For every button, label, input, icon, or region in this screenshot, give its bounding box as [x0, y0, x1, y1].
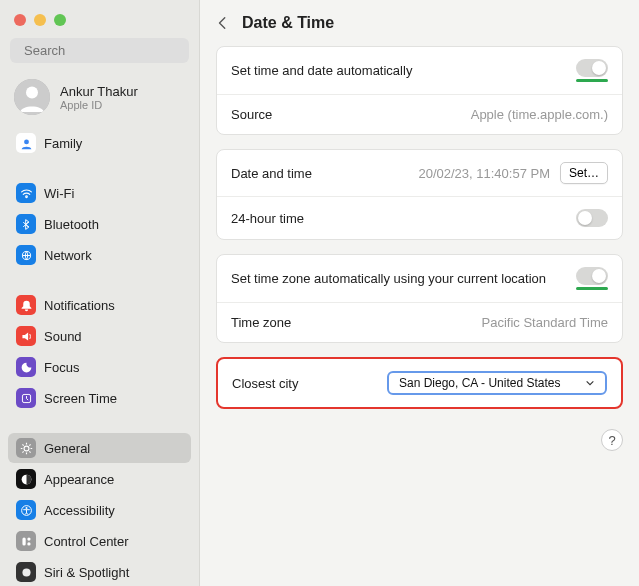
sidebar-item-appearance[interactable]: Appearance: [8, 464, 191, 494]
chevron-down-icon: [585, 378, 595, 388]
family-icon: [16, 133, 36, 153]
bluetooth-icon: [16, 214, 36, 234]
content-header: Date & Time: [216, 14, 623, 32]
svg-point-14: [22, 568, 30, 576]
accessibility-icon: [16, 500, 36, 520]
svg-rect-11: [22, 537, 25, 545]
avatar: [14, 79, 50, 115]
sidebar-item-bluetooth[interactable]: Bluetooth: [8, 209, 191, 239]
minimize-window[interactable]: [34, 14, 46, 26]
sidebar-item-network[interactable]: Network: [8, 240, 191, 270]
closest-city-value: San Diego, CA - United States: [399, 376, 560, 390]
source-value: Apple (time.apple.com.): [471, 107, 608, 122]
sidebar-item-label: General: [44, 441, 90, 456]
apple-id-profile[interactable]: Ankur Thakur Apple ID: [0, 71, 199, 125]
sidebar: Ankur Thakur Apple ID Family Wi-FiBlueto…: [0, 0, 200, 586]
wi-fi-icon: [16, 183, 36, 203]
row-label: Set time and date automatically: [231, 63, 412, 78]
svg-point-3: [26, 87, 38, 99]
row-label: Time zone: [231, 315, 291, 330]
sidebar-item-label: Sound: [44, 329, 82, 344]
sidebar-item-siri-spotlight[interactable]: Siri & Spotlight: [8, 557, 191, 586]
panel-closest-city-highlighted: Closest city San Diego, CA - United Stat…: [216, 357, 623, 409]
panel-auto-time: Set time and date automatically Source A…: [216, 46, 623, 135]
sidebar-item-focus[interactable]: Focus: [8, 352, 191, 382]
sidebar-item-label: Notifications: [44, 298, 115, 313]
row-label: Source: [231, 107, 272, 122]
sidebar-item-screen-time[interactable]: Screen Time: [8, 383, 191, 413]
svg-rect-12: [27, 537, 30, 540]
sidebar-item-label: Control Center: [44, 534, 129, 549]
page-title: Date & Time: [242, 14, 334, 32]
green-underline: [576, 287, 608, 290]
green-underline: [576, 79, 608, 82]
auto-time-toggle[interactable]: [576, 59, 608, 77]
network-icon: [16, 245, 36, 265]
siri-spotlight-icon: [16, 562, 36, 582]
close-window[interactable]: [14, 14, 26, 26]
sidebar-item-sound[interactable]: Sound: [8, 321, 191, 351]
datetime-value: 20/02/23, 11:40:57 PM: [418, 166, 550, 181]
search-input[interactable]: [24, 43, 192, 58]
screen-time-icon: [16, 388, 36, 408]
auto-timezone-toggle[interactable]: [576, 267, 608, 285]
row-label: 24-hour time: [231, 211, 304, 226]
row-label: Date and time: [231, 166, 312, 181]
sidebar-item-general[interactable]: General: [8, 433, 191, 463]
notifications-icon: [16, 295, 36, 315]
sound-icon: [16, 326, 36, 346]
sidebar-item-label: Bluetooth: [44, 217, 99, 232]
sidebar-item-notifications[interactable]: Notifications: [8, 290, 191, 320]
sidebar-item-label: Wi-Fi: [44, 186, 74, 201]
sidebar-item-accessibility[interactable]: Accessibility: [8, 495, 191, 525]
back-icon[interactable]: [216, 16, 230, 30]
row-label: Set time zone automatically using your c…: [231, 271, 546, 286]
svg-rect-13: [27, 542, 30, 545]
sidebar-item-label: Accessibility: [44, 503, 115, 518]
profile-sub: Apple ID: [60, 99, 138, 111]
search-field[interactable]: [10, 38, 189, 63]
sidebar-item-label: Focus: [44, 360, 79, 375]
sidebar-item-label: Screen Time: [44, 391, 117, 406]
panel-datetime: Date and time 20/02/23, 11:40:57 PM Set……: [216, 149, 623, 240]
sidebar-item-label: Family: [44, 136, 82, 151]
profile-name: Ankur Thakur: [60, 84, 138, 99]
help-button[interactable]: ?: [601, 429, 623, 451]
svg-point-4: [24, 139, 29, 144]
panel-timezone: Set time zone automatically using your c…: [216, 254, 623, 343]
focus-icon: [16, 357, 36, 377]
row-label: Closest city: [232, 376, 298, 391]
sidebar-item-label: Siri & Spotlight: [44, 565, 129, 580]
closest-city-dropdown[interactable]: San Diego, CA - United States: [387, 371, 607, 395]
svg-point-7: [24, 446, 29, 451]
general-icon: [16, 438, 36, 458]
window-controls: [0, 8, 199, 38]
sidebar-item-wi-fi[interactable]: Wi-Fi: [8, 178, 191, 208]
sidebar-item-family[interactable]: Family: [8, 128, 191, 158]
appearance-icon: [16, 469, 36, 489]
svg-point-10: [25, 507, 27, 509]
24h-toggle[interactable]: [576, 209, 608, 227]
zoom-window[interactable]: [54, 14, 66, 26]
sidebar-item-label: Appearance: [44, 472, 114, 487]
control-center-icon: [16, 531, 36, 551]
set-button[interactable]: Set…: [560, 162, 608, 184]
timezone-value: Pacific Standard Time: [482, 315, 608, 330]
sidebar-item-label: Network: [44, 248, 92, 263]
content: Date & Time Set time and date automatica…: [200, 0, 639, 586]
sidebar-item-control-center[interactable]: Control Center: [8, 526, 191, 556]
